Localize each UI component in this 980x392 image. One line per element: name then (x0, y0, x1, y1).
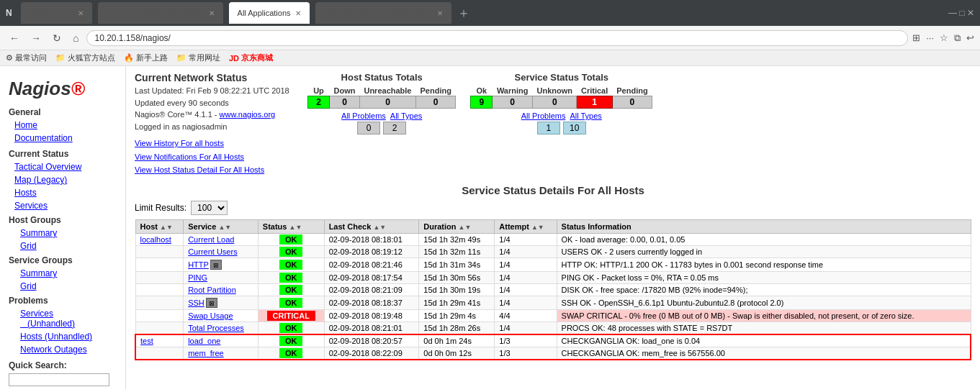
cell-service[interactable]: Total Processes (184, 322, 259, 335)
cell-status[interactable]: OK (258, 322, 324, 335)
service-link[interactable]: Root Partition (188, 286, 236, 294)
sidebar-documentation-link[interactable]: Documentation (0, 132, 125, 145)
star-icon[interactable]: ☆ (940, 32, 948, 44)
host-up-count[interactable]: 2 (308, 96, 330, 109)
service-link[interactable]: Current Users (188, 247, 237, 256)
svc-problems-total[interactable]: 1 (537, 122, 560, 135)
view-host-status-link[interactable]: View Host Status Detail For All Hosts (135, 163, 293, 177)
svc-unknown-count[interactable]: 0 (532, 96, 577, 109)
core-version-link[interactable]: www.nagios.org (220, 110, 276, 119)
host-down-count[interactable]: 0 (330, 96, 360, 109)
cell-service[interactable]: mem_free (184, 347, 259, 360)
svc-all-problems-link[interactable]: All Problems (521, 111, 566, 120)
service-link[interactable]: SSH (188, 298, 204, 307)
sidebar-map-legacy-link[interactable]: Map (Legacy) (0, 173, 125, 186)
col-service[interactable]: Service ▲▼ (184, 220, 259, 234)
view-notifications-link[interactable]: View Notifications For All Hosts (135, 150, 293, 164)
close-tab-nagios[interactable]: ✕ (78, 9, 84, 17)
service-link[interactable]: Swap Usage (188, 311, 233, 320)
col-lastcheck[interactable]: Last Check ▲▼ (324, 220, 419, 234)
forward-button[interactable]: → (27, 31, 45, 45)
cell-status[interactable]: OK (258, 334, 324, 347)
tab-nagios-core[interactable]: Nagios Core ✕ (21, 2, 92, 24)
quick-search-input[interactable] (9, 373, 109, 386)
close-tab-allapps[interactable]: ✕ (295, 9, 301, 17)
cell-service[interactable]: Root Partition (184, 284, 259, 296)
host-all-types-link[interactable]: All Types (390, 111, 422, 120)
svc-critical-count[interactable]: 1 (577, 96, 612, 109)
sidebar-services-unhandled-link[interactable]: Services (Unhandled) (0, 307, 125, 330)
svc-warning-count[interactable]: 0 (493, 96, 533, 109)
sidebar-home-link[interactable]: Home (0, 119, 125, 132)
cell-service[interactable]: SSH⊠ (184, 296, 259, 310)
cell-status[interactable]: OK (258, 258, 324, 272)
cell-service[interactable]: PING (184, 272, 259, 284)
close-tab-ganglia[interactable]: ✕ (209, 9, 215, 17)
service-link[interactable]: HTTP (188, 260, 209, 269)
bookmark-jd[interactable]: JD 京东商城 (229, 53, 273, 63)
bookmark-firefox[interactable]: 📁 火狐官方站点 (55, 53, 115, 63)
more-icon[interactable]: ··· (926, 32, 934, 44)
tab-all-applications[interactable]: All Applications ✕ (229, 2, 310, 24)
sidebar-hostgroups-grid-link[interactable]: Grid (0, 240, 125, 252)
host-unreachable-count[interactable]: 0 (359, 96, 415, 109)
close-tab-apache[interactable]: ✕ (437, 9, 443, 17)
host-pending-count[interactable]: 0 (415, 96, 455, 109)
sidebar-hostgroups-summary-link[interactable]: Summary (0, 227, 125, 240)
tab-apache[interactable]: Apache2 Ubuntu Default Page: ✕ (315, 2, 452, 24)
sidebar-tactical-overview-link[interactable]: Tactical Overview (0, 160, 125, 173)
service-action-icon[interactable]: ⊠ (206, 298, 217, 308)
cell-status[interactable]: CRITICAL (258, 310, 324, 322)
cell-service[interactable]: HTTP⊠ (184, 258, 259, 272)
bookmark-xinshoulm[interactable]: 🔥 新手上路 (124, 53, 168, 63)
bookmark-zuichang[interactable]: ⚙ 最常访问 (6, 53, 47, 63)
cell-status[interactable]: OK (258, 272, 324, 284)
grid-icon[interactable]: ⊞ (912, 32, 920, 44)
view-history-link[interactable]: View History For all hosts (135, 137, 293, 150)
cell-status[interactable]: OK (258, 296, 324, 310)
sidebar-hosts-unhandled-link[interactable]: Hosts (Unhandled) (0, 330, 125, 343)
address-bar[interactable] (86, 30, 908, 46)
bookmark-changyong[interactable]: 📁 常用网址 (176, 53, 220, 63)
cell-status[interactable]: OK (258, 234, 324, 246)
service-action-icon[interactable]: ⊠ (210, 260, 222, 270)
cell-status[interactable]: OK (258, 284, 324, 296)
host-types-total[interactable]: 2 (383, 122, 406, 135)
svc-ok-count[interactable]: 9 (471, 96, 493, 109)
service-link[interactable]: mem_free (188, 349, 224, 357)
cell-service[interactable]: load_one (184, 334, 259, 347)
back-button[interactable]: ← (6, 31, 23, 45)
col-status[interactable]: Status ▲▼ (258, 220, 324, 234)
new-tab-button[interactable]: ＋ (457, 4, 470, 22)
host-all-problems-link[interactable]: All Problems (341, 111, 386, 120)
home-button[interactable]: ⌂ (69, 31, 82, 45)
host-problems-total[interactable]: 0 (357, 122, 380, 135)
cell-host[interactable]: localhost (135, 234, 184, 246)
service-link[interactable]: Total Processes (188, 324, 244, 332)
library-icon[interactable]: ⧉ (954, 32, 961, 44)
refresh-button[interactable]: ↻ (49, 31, 65, 45)
cell-service[interactable]: Current Load (184, 234, 259, 246)
cell-status[interactable]: OK (258, 347, 324, 360)
service-link[interactable]: load_one (188, 337, 220, 345)
back2-icon[interactable]: ↩ (966, 32, 974, 44)
cell-service[interactable]: Swap Usage (184, 310, 259, 322)
svc-types-total[interactable]: 10 (563, 122, 586, 135)
col-attempt[interactable]: Attempt ▲▼ (495, 220, 557, 234)
host-link[interactable]: test (140, 337, 153, 345)
cell-host[interactable]: test (135, 334, 184, 347)
sidebar-network-outages-link[interactable]: Network Outages (0, 343, 125, 356)
col-duration[interactable]: Duration ▲▼ (419, 220, 495, 234)
svc-pending-count[interactable]: 0 (612, 96, 652, 109)
cell-status[interactable]: OK (258, 246, 324, 258)
sidebar-hosts-link[interactable]: Hosts (0, 186, 125, 199)
tab-ganglia[interactable]: Ganglia: test Cluster Report ✕ (98, 2, 223, 24)
sidebar-servicegroups-summary-link[interactable]: Summary (0, 267, 125, 280)
sidebar-services-link[interactable]: Services (0, 199, 125, 212)
service-link[interactable]: PING (188, 273, 207, 282)
service-link[interactable]: Current Load (188, 235, 234, 244)
limit-results-select[interactable]: 100 25 50 200 (191, 201, 228, 215)
col-host[interactable]: Host ▲▼ (135, 220, 184, 234)
svc-all-types-link[interactable]: All Types (570, 111, 601, 120)
host-link[interactable]: localhost (140, 235, 171, 244)
